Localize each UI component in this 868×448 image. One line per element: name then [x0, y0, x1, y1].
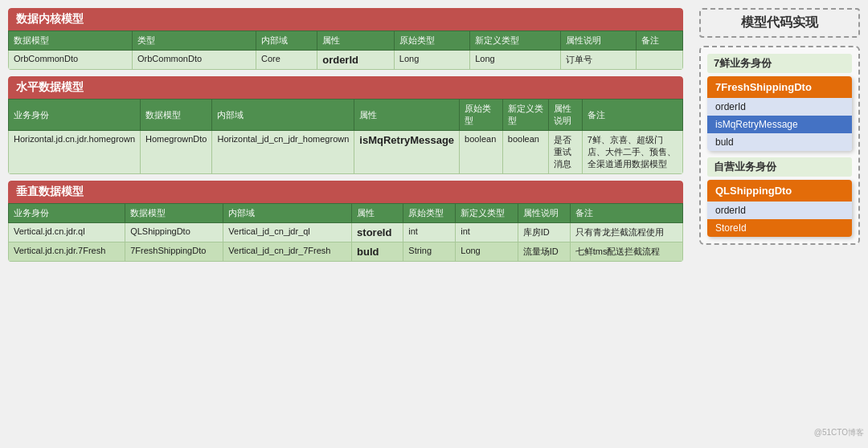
cell-attr: orderId [317, 51, 395, 70]
cell-attr: storeId [352, 223, 403, 242]
core-table: 数据模型 类型 内部域 属性 原始类型 新定义类型 属性说明 备注 OrbCom… [8, 31, 683, 70]
horizontal-section: 水平数据模型 业务身份 数据模型 内部域 属性 原始类型 新定义类型 属性说明 … [8, 76, 683, 174]
cell: 7鲜、京喜、超级门店、大件二手、预售、全渠道通用数据模型 [582, 131, 682, 174]
cell: 流量场ID [518, 242, 570, 262]
cell: Horizontal_jd_cn_jdr_homegrown [212, 131, 354, 174]
cell: Vertical_jd_cn_jdr_ql [223, 223, 352, 242]
col-newtype: 新定义类型 [470, 31, 561, 51]
fresh-card-title: 7FreshShippingDto [707, 76, 852, 98]
ql-identity-label: 自营业务身份 [707, 157, 852, 177]
cell-attr: isMqRetryMessage [354, 131, 460, 174]
cell: OrbCommonDto [9, 51, 133, 70]
vertical-section: 垂直数据模型 业务身份 数据模型 内部域 属性 原始类型 新定义类型 属性说明 … [8, 181, 683, 262]
col-note: 备注 [570, 204, 682, 223]
cell [637, 51, 683, 70]
ql-card-title: QLShippingDto [707, 180, 852, 202]
fresh-card: 7FreshShippingDto orderId isMqRetryMessa… [707, 76, 852, 151]
col-datamodel: 数据模型 [141, 100, 212, 131]
vertical-header: 垂直数据模型 [8, 181, 683, 203]
cell: Long [394, 51, 469, 70]
col-origtype: 原始类型 [460, 100, 503, 131]
table-row: Vertical.jd.cn.jdr.7Fresh 7FreshShipping… [9, 242, 683, 262]
col-newtype: 新定义类型 [456, 204, 518, 223]
cell: Vertical.jd.cn.jdr.ql [9, 223, 125, 242]
cell: HomegrownDto [141, 131, 212, 174]
cell: Horizontal.jd.cn.jdr.homegrown [9, 131, 141, 174]
cell: QLShippingDto [125, 223, 223, 242]
col-identity: 业务身份 [9, 100, 141, 131]
col-newtype: 新定义类型 [502, 100, 548, 131]
cell: int [456, 223, 518, 242]
col-origtype: 原始类型 [394, 31, 469, 51]
core-section: 数据内核模型 数据模型 类型 内部域 属性 原始类型 新定义类型 属性说明 备注… [8, 8, 683, 70]
col-desc: 属性说明 [560, 31, 636, 51]
vertical-table: 业务身份 数据模型 内部域 属性 原始类型 新定义类型 属性说明 备注 Vert… [8, 203, 683, 262]
col-desc: 属性说明 [518, 204, 570, 223]
cell: OrbCommonDto [133, 51, 256, 70]
right-section: 7鲜业务身份 7FreshShippingDto orderId isMqRet… [699, 46, 860, 245]
table-row: OrbCommonDto OrbCommonDto Core orderId L… [9, 51, 683, 70]
col-domain: 内部域 [212, 100, 354, 131]
cell: 是否重试消息 [549, 131, 583, 174]
cell: Long [470, 51, 561, 70]
cell: Core [256, 51, 317, 70]
ql-card-row-0: orderId [707, 202, 852, 219]
ql-card: QLShippingDto orderId StoreId [707, 180, 852, 237]
fresh-card-group: 7鲜业务身份 7FreshShippingDto orderId isMqRet… [707, 54, 852, 151]
cell: 7FreshShippingDto [125, 242, 223, 262]
horizontal-header: 水平数据模型 [8, 76, 683, 99]
fresh-card-row-1: isMqRetryMessage [707, 116, 852, 133]
col-attr: 属性 [352, 204, 403, 223]
cell: 只有青龙拦截流程使用 [570, 223, 682, 242]
table-row: Vertical.jd.cn.jdr.ql QLShippingDto Vert… [9, 223, 683, 242]
col-desc: 属性说明 [549, 100, 583, 131]
col-note: 备注 [637, 31, 683, 51]
fresh-card-row-2: buld [707, 133, 852, 151]
ql-card-group: 自营业务身份 QLShippingDto orderId StoreId [707, 157, 852, 237]
cell: 订单号 [560, 51, 636, 70]
col-origtype: 原始类型 [403, 204, 456, 223]
col-note: 备注 [582, 100, 682, 131]
cell: 库房ID [518, 223, 570, 242]
table-row: Horizontal.jd.cn.jdr.homegrown Homegrown… [9, 131, 683, 174]
col-attr: 属性 [317, 31, 395, 51]
col-datamodel: 数据模型 [9, 31, 133, 51]
col-datamodel: 数据模型 [125, 204, 223, 223]
watermark: @51CTO博客 [814, 427, 864, 438]
col-domain: 内部域 [223, 204, 352, 223]
cell: boolean [502, 131, 548, 174]
cell: String [403, 242, 456, 262]
right-panel-title: 模型代码实现 [699, 8, 860, 38]
cell-attr: buld [352, 242, 403, 262]
main-content: 数据内核模型 数据模型 类型 内部域 属性 原始类型 新定义类型 属性说明 备注… [0, 0, 691, 448]
core-header: 数据内核模型 [8, 8, 683, 31]
cell: int [403, 223, 456, 242]
fresh-card-row-0: orderId [707, 98, 852, 116]
ql-card-row-1: StoreId [707, 219, 852, 237]
cell: boolean [460, 131, 503, 174]
cell: Vertical.jd.cn.jdr.7Fresh [9, 242, 125, 262]
col-attr: 属性 [354, 100, 460, 131]
horizontal-table: 业务身份 数据模型 内部域 属性 原始类型 新定义类型 属性说明 备注 Hori… [8, 99, 683, 174]
col-identity: 业务身份 [9, 204, 125, 223]
cell: Vertical_jd_cn_jdr_7Fresh [223, 242, 352, 262]
fresh-identity-label: 7鲜业务身份 [707, 54, 852, 73]
cell: 七鲜tms配送拦截流程 [570, 242, 682, 262]
right-panel: 模型代码实现 7鲜业务身份 7FreshShippingDto orderId … [691, 0, 868, 448]
col-type: 类型 [133, 31, 256, 51]
col-domain: 内部域 [256, 31, 317, 51]
cell: Long [456, 242, 518, 262]
